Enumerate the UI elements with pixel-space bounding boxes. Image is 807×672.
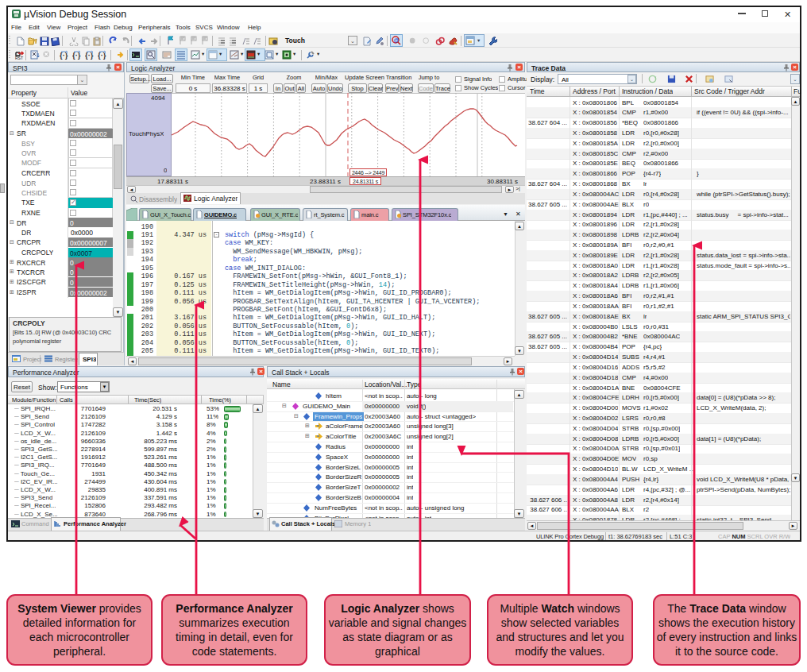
svg-text:RST: RST bbox=[15, 56, 23, 60]
